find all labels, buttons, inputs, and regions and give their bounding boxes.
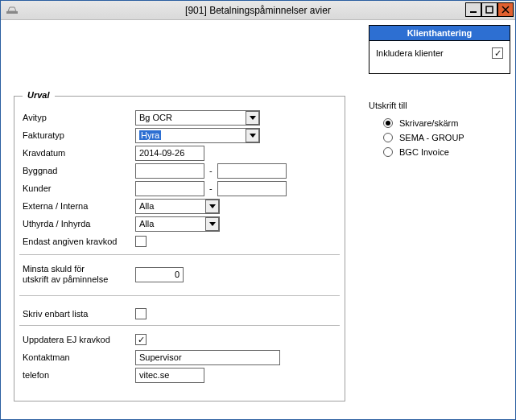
radio-icon	[383, 133, 393, 142]
klient-header: Klienthantering	[369, 26, 510, 41]
include-clients-label: Inkludera klienter	[376, 48, 444, 58]
byggnad-from-input[interactable]	[135, 163, 204, 179]
window-buttons	[465, 2, 514, 17]
endast-label: Endast angiven kravkod	[23, 237, 135, 246]
avityp-select[interactable]: Bg OCR	[135, 110, 260, 126]
ext-int-select[interactable]: Alla	[135, 199, 220, 214]
fakturatyp-label: Fakturatyp	[23, 130, 135, 140]
urval-legend: Urval	[23, 90, 55, 100]
divider	[19, 254, 340, 255]
radio-label: BGC Invoice	[399, 147, 449, 157]
app-icon	[6, 4, 19, 17]
maximize-button[interactable]	[481, 2, 497, 17]
chevron-down-icon[interactable]	[205, 200, 219, 213]
kontaktman-value: Supervisor	[139, 352, 182, 362]
telefon-input[interactable]: vitec.se	[135, 368, 204, 383]
divider	[19, 295, 340, 296]
ext-int-label: Externa / Interna	[23, 201, 135, 211]
telefon-label: telefon	[23, 370, 135, 380]
radio-label: Skrivare/skärm	[399, 118, 458, 128]
titlebar: [901] Betalningspåminnelser avier	[1, 1, 515, 20]
range-separator: -	[209, 183, 213, 193]
app-window: [901] Betalningspåminnelser avier Klient…	[0, 0, 516, 420]
window-title: [901] Betalningspåminnelser avier	[1, 5, 515, 16]
include-clients-checkbox[interactable]	[492, 47, 503, 59]
minsta-value: 0	[175, 270, 180, 279]
radio-skrivare[interactable]: Skrivare/skärm	[383, 118, 504, 128]
uthyrda-label: Uthyrda / Inhyrda	[23, 219, 135, 229]
radio-bgc[interactable]: BGC Invoice	[383, 147, 504, 157]
klient-body: Inkludera klienter	[369, 41, 510, 73]
body: Klienthantering Inkludera klienter Utskr…	[1, 20, 515, 419]
minimize-button[interactable]	[465, 2, 481, 17]
radio-icon	[383, 118, 393, 128]
radio-sema[interactable]: SEMA - GROUP	[383, 133, 504, 142]
minsta-label: Minsta skuld för utskrift av påminnelse	[23, 264, 135, 285]
fakturatyp-value: Hyra	[139, 130, 246, 140]
chevron-down-icon[interactable]	[246, 111, 259, 125]
kontaktman-label: Kontaktman	[23, 352, 135, 362]
chevron-down-icon[interactable]	[205, 217, 219, 231]
klient-panel: Klienthantering Inkludera klienter	[369, 25, 510, 74]
kunder-to-input[interactable]	[217, 181, 287, 196]
endast-checkbox[interactable]	[135, 236, 147, 247]
minsta-input[interactable]: 0	[135, 267, 184, 282]
range-separator: -	[209, 166, 213, 175]
uppdatera-label: Uppdatera EJ kravkod	[23, 335, 135, 344]
kunder-label: Kunder	[23, 183, 135, 193]
close-button[interactable]	[497, 2, 514, 17]
urval-panel: Urval Avityp Bg OCR Fakturatyp Hyra Kra	[14, 96, 345, 401]
telefon-value: vitec.se	[139, 370, 169, 380]
avityp-label: Avityp	[23, 113, 135, 122]
utskrift-group: Utskrift till Skrivare/skärm SEMA - GROU…	[369, 101, 504, 162]
radio-label: SEMA - GROUP	[399, 133, 464, 142]
fakturatyp-select[interactable]: Hyra	[135, 128, 260, 143]
byggnad-to-input[interactable]	[217, 163, 287, 179]
utskrift-title: Utskrift till	[369, 101, 504, 110]
kravdatum-label: Kravdatum	[23, 148, 135, 158]
kunder-from-input[interactable]	[135, 181, 204, 196]
uthyrda-select[interactable]: Alla	[135, 216, 220, 232]
skriv-lista-checkbox[interactable]	[135, 308, 147, 319]
skriv-lista-label: Skriv enbart lista	[23, 309, 135, 319]
svg-rect-1	[470, 11, 477, 13]
kravdatum-input[interactable]: 2014-09-26	[135, 146, 204, 161]
divider	[19, 325, 340, 326]
uthyrda-value: Alla	[139, 219, 205, 229]
byggnad-label: Byggnad	[23, 166, 135, 175]
avityp-value: Bg OCR	[139, 113, 246, 122]
chevron-down-icon[interactable]	[246, 129, 259, 142]
kravdatum-value: 2014-09-26	[139, 148, 184, 158]
svg-rect-2	[486, 6, 493, 13]
radio-icon	[383, 147, 393, 157]
kontaktman-input[interactable]: Supervisor	[135, 350, 280, 365]
uppdatera-checkbox[interactable]	[135, 334, 147, 345]
ext-int-value: Alla	[139, 201, 205, 211]
